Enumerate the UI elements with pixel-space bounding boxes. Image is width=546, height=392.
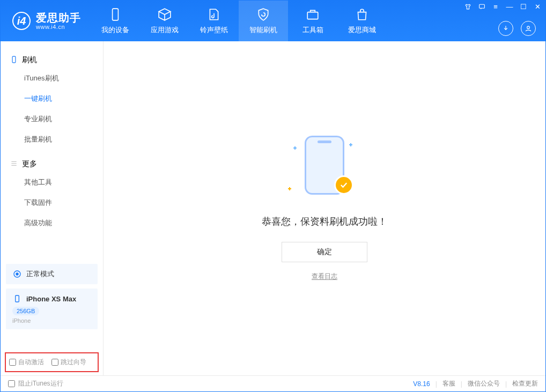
- svg-rect-1: [307, 12, 318, 19]
- shield-refresh-icon: [256, 7, 271, 22]
- app-body: 刷机 iTunes刷机 一键刷机 专业刷机 批量刷机 更多 其他工具 下载固件 …: [1, 41, 545, 375]
- app-header: i4 爱思助手 www.i4.cn 我的设备 应用游戏 铃声壁纸 智能刷机 工具…: [1, 1, 545, 41]
- nav-label: 应用游戏: [151, 25, 179, 35]
- sidebar: 刷机 iTunes刷机 一键刷机 专业刷机 批量刷机 更多 其他工具 下载固件 …: [1, 41, 104, 375]
- device-icon: [108, 7, 123, 22]
- device-card[interactable]: iPhone XS Max 256GB iPhone: [6, 289, 98, 329]
- main-content: 恭喜您，保资料刷机成功啦！ 确定 查看日志: [104, 41, 545, 375]
- sparkle-icon: [288, 187, 291, 190]
- checkbox-block-itunes[interactable]: 阻止iTunes运行: [8, 379, 63, 388]
- sidebar-bottom: 自动激活 跳过向导: [1, 349, 103, 375]
- sidebar-item-download-firmware[interactable]: 下载固件: [1, 193, 103, 213]
- nav-label: 爱思商城: [348, 25, 376, 35]
- list-icon: [10, 160, 18, 169]
- sidebar-group-title: 更多: [22, 159, 37, 169]
- minimize-button[interactable]: —: [506, 3, 513, 10]
- block-itunes-input[interactable]: [8, 380, 15, 387]
- sidebar-item-other-tools[interactable]: 其他工具: [1, 172, 103, 193]
- checkbox-auto-activate[interactable]: 自动激活: [9, 358, 44, 367]
- svg-rect-7: [16, 295, 19, 302]
- footer-link-wechat[interactable]: 微信公众号: [468, 379, 500, 388]
- block-itunes-label: 阻止iTunes运行: [18, 379, 63, 388]
- nav-label: 我的设备: [101, 25, 129, 35]
- sidebar-group-title: 刷机: [22, 55, 37, 65]
- menu-icon[interactable]: ≡: [492, 3, 499, 10]
- svg-rect-0: [113, 9, 119, 20]
- sidebar-cards: 正常模式 iPhone XS Max 256GB iPhone: [6, 264, 98, 329]
- svg-rect-4: [12, 56, 16, 63]
- top-nav: 我的设备 应用游戏 铃声壁纸 智能刷机 工具箱 爱思商城: [91, 1, 387, 41]
- tshirt-icon[interactable]: [464, 3, 471, 10]
- version-label: V8.16: [413, 380, 430, 388]
- svg-point-3: [527, 26, 530, 29]
- device-type: iPhone: [12, 317, 31, 324]
- bag-icon: [355, 7, 370, 22]
- logo-area: i4 爱思助手 www.i4.cn: [1, 12, 91, 30]
- check-badge-icon: [334, 175, 353, 195]
- sidebar-head-flash: 刷机: [1, 52, 103, 68]
- success-message: 恭喜您，保资料刷机成功啦！: [262, 215, 387, 228]
- cube-icon: [157, 7, 172, 22]
- skip-guide-input[interactable]: [51, 359, 58, 366]
- sparkle-icon: [293, 146, 297, 150]
- sidebar-item-batch-flash[interactable]: 批量刷机: [1, 129, 103, 150]
- sidebar-checks-highlighted: 自动激活 跳过向导: [5, 352, 99, 372]
- device-storage-badge: 256GB: [12, 307, 39, 315]
- auto-activate-input[interactable]: [9, 359, 16, 366]
- svg-point-6: [16, 273, 18, 275]
- sidebar-item-oneclick-flash[interactable]: 一键刷机: [1, 88, 103, 109]
- nav-label: 智能刷机: [249, 25, 277, 35]
- maximize-button[interactable]: ☐: [520, 3, 527, 10]
- nav-label: 铃声壁纸: [200, 25, 228, 35]
- app-title: 爱思助手: [36, 12, 81, 24]
- checkbox-skip-guide[interactable]: 跳过向导: [51, 358, 86, 367]
- view-log-link[interactable]: 查看日志: [312, 272, 337, 281]
- skip-guide-label: 跳过向导: [61, 358, 86, 367]
- app-subtitle: www.i4.cn: [36, 24, 81, 30]
- sidebar-group-more: 更多 其他工具 下载固件 高级功能: [1, 156, 103, 233]
- window-controls: ≡ — ☐ ✕: [464, 3, 541, 10]
- status-bar: 阻止iTunes运行 V8.16 | 客服 | 微信公众号 | 检查更新: [1, 375, 545, 391]
- nav-store[interactable]: 爱思商城: [337, 1, 387, 41]
- account-button[interactable]: [521, 21, 536, 36]
- mode-card[interactable]: 正常模式: [6, 264, 98, 284]
- auto-activate-label: 自动激活: [18, 358, 44, 367]
- success-illustration: [292, 136, 357, 200]
- nav-flash[interactable]: 智能刷机: [239, 1, 288, 41]
- toolbox-icon: [305, 7, 320, 22]
- device-name: iPhone XS Max: [26, 295, 76, 303]
- music-file-icon: [206, 7, 222, 22]
- footer-right: V8.16 | 客服 | 微信公众号 | 检查更新: [413, 379, 538, 388]
- sidebar-group-flash: 刷机 iTunes刷机 一键刷机 专业刷机 批量刷机: [1, 52, 103, 150]
- mode-icon: [12, 269, 22, 279]
- nav-label: 工具箱: [302, 25, 323, 35]
- phone-icon: [10, 56, 18, 65]
- device-phone-icon: [12, 294, 22, 304]
- sidebar-head-more: 更多: [1, 156, 103, 172]
- sidebar-item-advanced[interactable]: 高级功能: [1, 213, 103, 233]
- close-button[interactable]: ✕: [534, 3, 541, 10]
- sidebar-item-itunes-flash[interactable]: iTunes刷机: [1, 68, 103, 88]
- ok-button[interactable]: 确定: [282, 242, 367, 262]
- nav-ringtones[interactable]: 铃声壁纸: [189, 1, 239, 41]
- app-logo-icon: i4: [12, 12, 31, 30]
- footer-link-support[interactable]: 客服: [442, 379, 455, 388]
- sparkle-icon: [349, 143, 352, 146]
- feedback-icon[interactable]: [478, 3, 485, 10]
- footer-link-update[interactable]: 检查更新: [512, 379, 538, 388]
- download-manager-button[interactable]: [498, 21, 513, 36]
- mode-label: 正常模式: [26, 269, 54, 279]
- nav-apps-games[interactable]: 应用游戏: [140, 1, 189, 41]
- nav-toolbox[interactable]: 工具箱: [288, 1, 337, 41]
- svg-rect-2: [479, 4, 484, 8]
- header-right-actions: [498, 21, 536, 36]
- nav-my-device[interactable]: 我的设备: [91, 1, 140, 41]
- sidebar-item-pro-flash[interactable]: 专业刷机: [1, 109, 103, 129]
